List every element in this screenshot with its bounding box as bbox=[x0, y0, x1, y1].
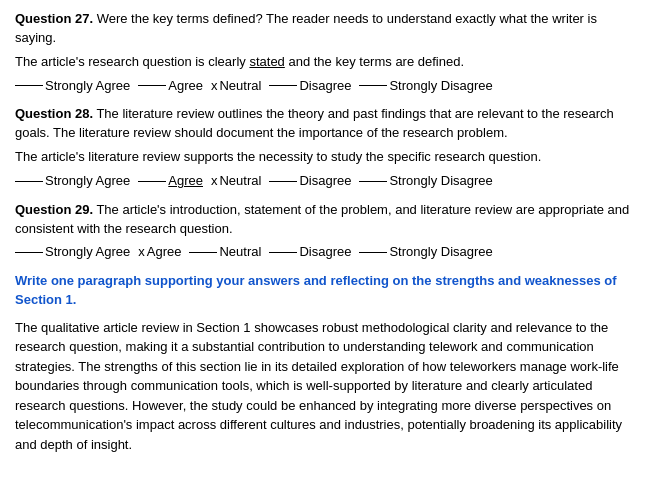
q29-strongly-agree[interactable]: Strongly Agree bbox=[15, 243, 130, 262]
q27-d-blank bbox=[269, 85, 297, 86]
q27-sa-blank bbox=[15, 85, 43, 86]
question-29-block: Question 29. The article's introduction,… bbox=[15, 201, 634, 263]
q29-strongly-disagree[interactable]: Strongly Disagree bbox=[359, 243, 492, 262]
q28-neutral[interactable]: x Neutral bbox=[211, 172, 261, 191]
q28-d-label: Disagree bbox=[299, 172, 351, 191]
q27-underline: stated bbox=[249, 54, 284, 69]
q28-sa-blank bbox=[15, 181, 43, 182]
q29-sa-label: Strongly Agree bbox=[45, 243, 130, 262]
q27-description: Were the key terms defined? The reader n… bbox=[15, 11, 597, 45]
q29-number: Question 29. bbox=[15, 202, 93, 217]
q29-sd-label: Strongly Disagree bbox=[389, 243, 492, 262]
q29-heading: Question 29. The article's introduction,… bbox=[15, 201, 634, 239]
q28-n-label: Neutral bbox=[219, 172, 261, 191]
q28-n-x: x bbox=[211, 172, 218, 191]
q28-a-blank bbox=[138, 181, 166, 182]
q28-d-blank bbox=[269, 181, 297, 182]
q29-agree[interactable]: x Agree bbox=[138, 243, 181, 262]
q28-strongly-disagree[interactable]: Strongly Disagree bbox=[359, 172, 492, 191]
q28-sd-label: Strongly Disagree bbox=[389, 172, 492, 191]
q28-heading: Question 28. The literature review outli… bbox=[15, 105, 634, 143]
q29-sa-blank bbox=[15, 252, 43, 253]
q29-neutral[interactable]: Neutral bbox=[189, 243, 261, 262]
question-28-block: Question 28. The literature review outli… bbox=[15, 105, 634, 190]
q27-a-label: Agree bbox=[168, 77, 203, 96]
q28-agree[interactable]: Agree bbox=[138, 172, 203, 191]
q29-disagree[interactable]: Disagree bbox=[269, 243, 351, 262]
q27-sd-blank bbox=[359, 85, 387, 86]
q27-n-x: x bbox=[211, 77, 218, 96]
q29-d-label: Disagree bbox=[299, 243, 351, 262]
q27-a-blank bbox=[138, 85, 166, 86]
q29-n-blank bbox=[189, 252, 217, 253]
q27-sd-label: Strongly Disagree bbox=[389, 77, 492, 96]
q28-answers: Strongly Agree Agree x Neutral Disagree … bbox=[15, 172, 634, 191]
section-prompt: Write one paragraph supporting your answ… bbox=[15, 272, 634, 310]
q28-a-label: Agree bbox=[168, 172, 203, 191]
q27-n-label: Neutral bbox=[219, 77, 261, 96]
q29-n-label: Neutral bbox=[219, 243, 261, 262]
q29-sd-blank bbox=[359, 252, 387, 253]
q27-agree[interactable]: Agree bbox=[138, 77, 203, 96]
q27-answers: Strongly Agree Agree x Neutral Disagree … bbox=[15, 77, 634, 96]
reflection-paragraph: The qualitative article review in Sectio… bbox=[15, 318, 634, 455]
q27-heading: Question 27. Were the key terms defined?… bbox=[15, 10, 634, 48]
q29-a-x: x bbox=[138, 243, 145, 262]
q28-sd-blank bbox=[359, 181, 387, 182]
q27-strongly-disagree[interactable]: Strongly Disagree bbox=[359, 77, 492, 96]
q29-a-label: Agree bbox=[147, 243, 182, 262]
question-27-block: Question 27. Were the key terms defined?… bbox=[15, 10, 634, 95]
q27-disagree[interactable]: Disagree bbox=[269, 77, 351, 96]
q27-sa-label: Strongly Agree bbox=[45, 77, 130, 96]
q27-number: Question 27. bbox=[15, 11, 93, 26]
q28-statement: The article's literature review supports… bbox=[15, 148, 634, 167]
q29-answers: Strongly Agree x Agree Neutral Disagree … bbox=[15, 243, 634, 262]
q29-d-blank bbox=[269, 252, 297, 253]
q28-number: Question 28. bbox=[15, 106, 93, 121]
q27-strongly-agree[interactable]: Strongly Agree bbox=[15, 77, 130, 96]
q28-disagree[interactable]: Disagree bbox=[269, 172, 351, 191]
q27-d-label: Disagree bbox=[299, 77, 351, 96]
q27-statement: The article's research question is clear… bbox=[15, 53, 634, 72]
q27-neutral[interactable]: x Neutral bbox=[211, 77, 261, 96]
q28-sa-label: Strongly Agree bbox=[45, 172, 130, 191]
q28-strongly-agree[interactable]: Strongly Agree bbox=[15, 172, 130, 191]
q28-description: The literature review outlines the theor… bbox=[15, 106, 614, 140]
q29-description: The article's introduction, statement of… bbox=[15, 202, 629, 236]
